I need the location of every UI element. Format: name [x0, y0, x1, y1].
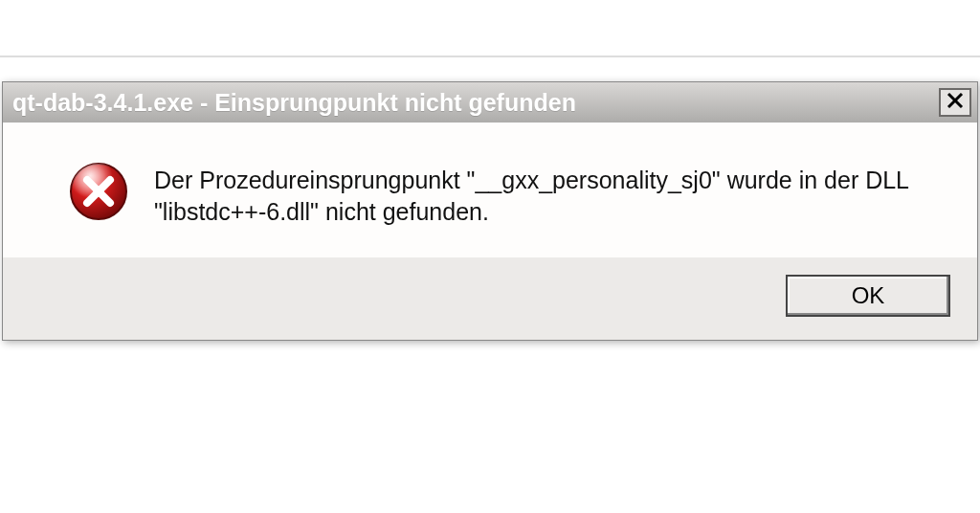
ok-button-label: OK [852, 282, 885, 309]
dialog-footer: OK [3, 257, 977, 340]
titlebar[interactable]: qt-dab-3.4.1.exe - Einsprungpunkt nicht … [3, 82, 977, 123]
error-icon [68, 161, 129, 222]
error-dialog: qt-dab-3.4.1.exe - Einsprungpunkt nicht … [2, 81, 978, 341]
close-button[interactable] [939, 88, 971, 117]
ok-button[interactable]: OK [786, 275, 950, 317]
dialog-message: Der Prozedureinsprungpunkt "__gxx_person… [154, 161, 943, 227]
dialog-title: qt-dab-3.4.1.exe - Einsprungpunkt nicht … [12, 89, 939, 117]
background-divider [0, 56, 980, 57]
dialog-body: Der Prozedureinsprungpunkt "__gxx_person… [3, 123, 977, 257]
close-icon [947, 92, 964, 113]
